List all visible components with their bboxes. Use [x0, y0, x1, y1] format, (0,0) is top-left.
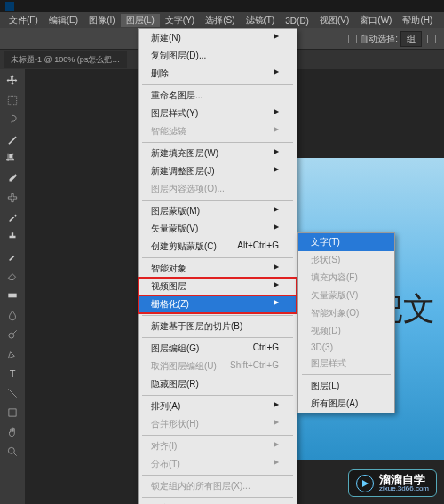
document-tab[interactable]: 未标题-1 @ 100% (ps怎么把…: [4, 51, 127, 68]
shape-tool-icon[interactable]: [2, 404, 23, 421]
submenu-item: 智能对象(O): [298, 304, 394, 322]
submenu-item[interactable]: 图层(L): [298, 377, 394, 395]
svg-rect-0: [8, 96, 16, 104]
menu-1[interactable]: 编辑(E): [44, 14, 83, 27]
menu-item[interactable]: 智能对象▶: [139, 260, 297, 278]
menu-item[interactable]: 删除▶: [139, 65, 297, 83]
menu-item: 对齐(I)▶: [139, 437, 297, 455]
stamp-tool-icon[interactable]: [2, 228, 23, 246]
svg-rect-1: [8, 294, 16, 298]
history-brush-icon[interactable]: [2, 248, 23, 265]
zoom-tool-icon[interactable]: [2, 443, 23, 461]
menu-item[interactable]: 图层编组(G)Ctrl+G: [139, 340, 297, 358]
dodge-tool-icon[interactable]: [2, 326, 23, 343]
menubar: 文件(F)编辑(E)图像(I)图层(L)文字(Y)选择(S)滤镜(T)3D(D)…: [0, 12, 444, 28]
menu-item[interactable]: 图层蒙版(M)▶: [139, 202, 297, 220]
submenu-item[interactable]: 文字(T): [298, 233, 394, 251]
tools-panel: T: [0, 69, 25, 504]
type-tool-icon[interactable]: T: [2, 365, 23, 382]
menu-item[interactable]: 图层样式(Y)▶: [139, 105, 297, 122]
submenu-item: 填充内容(F): [298, 269, 394, 287]
submenu-item: 视频(D): [298, 322, 394, 340]
rasterize-submenu: 文字(T)形状(S)填充内容(F)矢量蒙版(V)智能对象(O)视频(D)3D(3…: [297, 232, 395, 413]
layer-menu-dropdown: 新建(N)▶复制图层(D)...删除▶重命名图层...图层样式(Y)▶智能滤镜▶…: [138, 28, 297, 504]
menu-4[interactable]: 文字(Y): [160, 14, 200, 27]
menu-item: 锁定组内的所有图层(X)...: [139, 477, 297, 495]
menu-item: 智能滤镜▶: [139, 122, 297, 140]
menu-10[interactable]: 帮助(H): [397, 14, 438, 27]
menu-item[interactable]: 新建基于图层的切片(B): [139, 318, 297, 335]
crop-tool-icon[interactable]: [2, 150, 23, 168]
pen-tool-icon[interactable]: [2, 345, 23, 363]
menu-9[interactable]: 窗口(W): [354, 14, 397, 27]
svg-point-2: [9, 333, 14, 338]
auto-select-label: 自动选择:: [360, 33, 398, 45]
move-tool-icon[interactable]: [2, 72, 23, 90]
gradient-tool-icon[interactable]: [2, 287, 23, 304]
menu-item[interactable]: 栅格化(Z)▶: [139, 295, 297, 313]
path-tool-icon[interactable]: [2, 384, 23, 402]
menu-item: 合并形状(H)▶: [139, 415, 297, 433]
menu-item: 取消图层编组(U)Shift+Ctrl+G: [139, 358, 297, 375]
show-transform-checkbox[interactable]: [427, 35, 436, 43]
app-icon: [5, 2, 14, 11]
menu-item: 图层内容选项(O)...: [139, 180, 297, 198]
submenu-item: 形状(S): [298, 251, 394, 269]
menu-2[interactable]: 图像(I): [83, 14, 120, 27]
menu-item: 链接图层(K): [139, 500, 297, 504]
submenu-item[interactable]: 所有图层(A): [298, 395, 394, 413]
auto-select-dropdown[interactable]: 组: [400, 31, 422, 47]
watermark-url: zixue.3d66.com: [379, 485, 429, 492]
lasso-tool-icon[interactable]: [2, 111, 23, 129]
watermark: 溜溜自学 zixue.3d66.com: [348, 469, 437, 497]
marquee-tool-icon[interactable]: [2, 91, 23, 109]
menu-3[interactable]: 图层(L): [121, 14, 160, 27]
menu-item[interactable]: 排列(A)▶: [139, 398, 297, 415]
menu-item[interactable]: 创建剪贴蒙版(C)Alt+Ctrl+G: [139, 238, 297, 256]
eyedropper-tool-icon[interactable]: [2, 169, 23, 187]
eraser-tool-icon[interactable]: [2, 267, 23, 285]
svg-point-4: [8, 447, 14, 453]
menu-7[interactable]: 3D(D): [280, 16, 314, 26]
blur-tool-icon[interactable]: [2, 306, 23, 324]
menu-item[interactable]: 视频图层▶: [139, 278, 297, 295]
brush-tool-icon[interactable]: [2, 209, 23, 226]
menu-8[interactable]: 视图(V): [314, 14, 354, 27]
menu-item: 分布(T)▶: [139, 455, 297, 473]
menu-item[interactable]: 隐藏图层(R): [139, 375, 297, 393]
menu-0[interactable]: 文件(F): [4, 14, 44, 27]
submenu-item: 矢量蒙版(V): [298, 287, 394, 304]
submenu-item: 3D(3): [298, 340, 394, 355]
auto-select-checkbox[interactable]: [348, 35, 357, 43]
menu-item[interactable]: 新建填充图层(W)▶: [139, 145, 297, 162]
heal-tool-icon[interactable]: [2, 189, 23, 207]
hand-tool-icon[interactable]: [2, 423, 23, 441]
menu-item[interactable]: 新建(N)▶: [139, 29, 297, 47]
menu-item[interactable]: 矢量蒙版(V)▶: [139, 220, 297, 238]
menu-item[interactable]: 复制图层(D)...: [139, 47, 297, 65]
menu-6[interactable]: 滤镜(T): [241, 14, 281, 27]
menu-5[interactable]: 选择(S): [200, 14, 240, 27]
menu-item[interactable]: 重命名图层...: [139, 87, 297, 105]
svg-rect-3: [9, 409, 16, 416]
menu-item[interactable]: 新建调整图层(J)▶: [139, 162, 297, 180]
titlebar: [0, 0, 444, 12]
play-icon: [356, 475, 374, 492]
submenu-item: 图层样式: [298, 355, 394, 373]
wand-tool-icon[interactable]: [2, 130, 23, 148]
